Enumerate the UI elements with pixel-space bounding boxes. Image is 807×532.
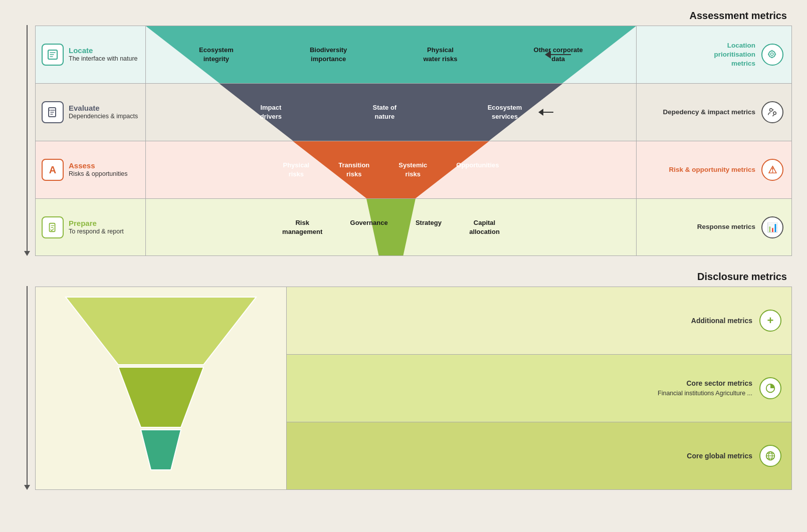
prepare-metrics: Response metrics 📊	[636, 199, 791, 255]
core-global-metrics-icon	[759, 445, 781, 467]
prepare-item-3: Strategy	[413, 215, 445, 239]
assess-funnel-area: Physicalrisks Transitionrisks Systemicri…	[146, 141, 636, 198]
locate-item-1: Ecosystemintegrity	[195, 42, 238, 67]
evaluate-metrics-label: Depedency & impact metrics	[663, 108, 755, 117]
assess-label-cell: A Assess Risks & opportunities	[36, 141, 146, 198]
svg-point-11	[770, 109, 773, 112]
locate-label-cell: Locate The interface with nature	[36, 26, 146, 83]
disclosure-row-additional: Additional metrics +	[287, 287, 791, 355]
assess-metrics-icon: ⚠	[761, 159, 783, 181]
disclosure-funnel	[36, 287, 286, 489]
assess-metrics-label: Risk & opportunity metrics	[669, 165, 755, 174]
prepare-item-1: Riskmanagement	[279, 215, 325, 239]
locate-item-3: Physicalwater risks	[420, 42, 462, 67]
assess-item-3: Systemicrisks	[395, 158, 430, 181]
assess-item-4: Opportunities	[453, 158, 502, 181]
locate-metrics-icon	[761, 44, 783, 66]
evaluate-icon	[42, 101, 64, 123]
row-prepare: Prepare To respond & report Riskmanageme…	[35, 198, 792, 256]
row-evaluate: Evaluate Dependencies & impacts Impactdr…	[35, 83, 792, 141]
locate-metrics: Locationprioritisationmetrics	[636, 26, 791, 83]
additional-metrics-label: Additional metrics	[691, 317, 752, 325]
prepare-metrics-label: Response metrics	[697, 222, 755, 231]
assessment-title: Assessment metrics	[35, 10, 792, 22]
prepare-item-4: Capitalallocation	[466, 215, 503, 239]
svg-point-2	[769, 51, 775, 58]
row-locate: Locate The interface with nature Ecosyst…	[35, 26, 792, 83]
assess-metrics: Risk & opportunity metrics ⚠	[636, 141, 791, 198]
evaluate-item-2: State ofnature	[369, 99, 401, 125]
disclosure-row-core-global: Core global metrics	[287, 422, 791, 489]
locate-funnel-area: Ecosystemintegrity Biodiversityimportanc…	[146, 26, 636, 83]
disclosure-rows: Additional metrics + Core sector metrics…	[286, 287, 791, 489]
prepare-funnel-area: Riskmanagement Governance Strategy Capit…	[146, 199, 636, 255]
locate-item-2: Biodiversityimportance	[306, 42, 351, 67]
evaluate-metrics-icon	[761, 101, 783, 123]
svg-point-3	[770, 53, 773, 56]
disclosure-row-core-sector: Core sector metrics Financial institutio…	[287, 355, 791, 422]
assess-item-1: Physicalrisks	[280, 158, 312, 181]
prepare-metrics-icon: 📊	[761, 216, 783, 238]
core-sector-metrics-label: Core sector metrics Financial institutio…	[658, 378, 752, 398]
locate-label-text: Locate The interface with nature	[69, 46, 138, 63]
evaluate-metrics: Depedency & impact metrics	[636, 84, 791, 141]
svg-point-12	[773, 112, 776, 115]
prepare-label-cell: Prepare To respond & report	[36, 199, 146, 255]
locate-icon	[42, 44, 64, 66]
assess-icon: A	[42, 159, 64, 181]
evaluate-funnel-area: Impactdrivers State ofnature Ecosystemse…	[146, 84, 636, 141]
prepare-item-2: Governance	[347, 215, 391, 239]
assess-item-2: Transitionrisks	[335, 158, 372, 181]
core-sector-metrics-icon	[759, 377, 781, 399]
additional-metrics-icon: +	[759, 310, 781, 332]
svg-point-9	[49, 110, 50, 111]
evaluate-label-cell: Evaluate Dependencies & impacts	[36, 84, 146, 141]
locate-metrics-label: Locationprioritisationmetrics	[714, 41, 755, 69]
core-global-metrics-label: Core global metrics	[687, 452, 752, 460]
prepare-icon	[42, 216, 64, 238]
evaluate-item-3: Ecosystemservices	[484, 99, 526, 125]
evaluate-item-1: Impactdrivers	[256, 99, 286, 125]
row-assess: A Assess Risks & opportunities Physicalr…	[35, 141, 792, 198]
disclosure-title: Disclosure metrics	[35, 271, 792, 283]
